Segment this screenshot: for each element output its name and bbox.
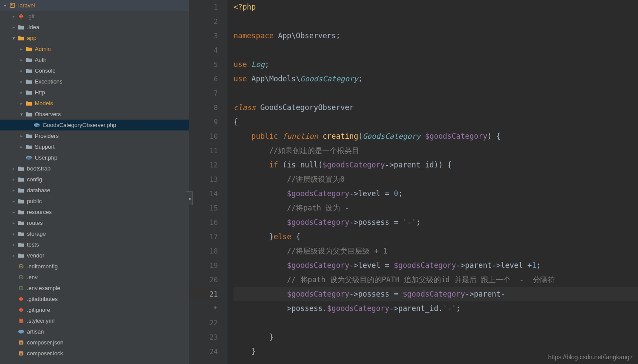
chevron-right-icon[interactable]: ▸ [10, 210, 17, 214]
var: $goodsCategory [287, 261, 349, 270]
tree-item-goodscategoryobserver-php[interactable]: phpGoodsCategoryObserver.php [0, 120, 189, 130]
chevron-right-icon[interactable]: ▸ [18, 90, 24, 95]
tree-item-label: .env.example [27, 285, 60, 291]
tree-item-composer-lock[interactable]: {}composer.lock [0, 348, 189, 359]
tree-item--editorconfig[interactable]: .editorconfig [0, 261, 189, 272]
tree-item-artisan[interactable]: artisan [0, 326, 189, 337]
svg-line-28 [22, 275, 23, 276]
chevron-right-icon[interactable]: ▸ [10, 220, 17, 225]
code-editor[interactable]: 123456789101112131415161718192021•222324… [189, 0, 638, 364]
chevron-right-icon[interactable]: ▸ [18, 101, 24, 106]
tree-item-tests[interactable]: ▸tests [0, 239, 189, 250]
line-number: 6 [189, 72, 218, 86]
tree-item-http[interactable]: ▸Http [0, 87, 189, 98]
chevron-right-icon[interactable]: ▸ [18, 47, 24, 51]
tree-item-providers[interactable]: ▸Providers [0, 130, 189, 141]
tree-item-storage[interactable]: ▸storage [0, 228, 189, 239]
chevron-down-icon[interactable]: ▾ [18, 112, 24, 117]
file-tree-sidebar[interactable]: ▾ laravel ▸.git▸.idea▾app▸Admin▸Auth▸Con… [0, 0, 189, 364]
tree-item-models[interactable]: ▸Models [0, 98, 189, 109]
line-number: 24 [189, 344, 218, 359]
prop: level [358, 261, 381, 270]
chevron-right-icon[interactable]: ▸ [18, 57, 24, 62]
chevron-right-icon[interactable]: ▸ [10, 177, 17, 182]
tree-item-app[interactable]: ▾app [0, 33, 189, 43]
tree-item-label: .git [27, 13, 34, 20]
svg-point-30 [20, 287, 21, 288]
svg-point-45 [18, 330, 23, 333]
chevron-right-icon[interactable]: ▸ [10, 242, 17, 247]
chevron-right-icon[interactable]: ▸ [10, 188, 17, 193]
concat-op: . [438, 304, 443, 313]
sidebar-collapse-handle[interactable]: ◂ [186, 191, 193, 205]
param-type: GoodsCategory [363, 132, 421, 140]
tree-item-label: app [27, 35, 37, 41]
chevron-right-icon[interactable]: ▸ [18, 134, 24, 138]
kw-use: use [234, 74, 247, 83]
tree-item--env[interactable]: .env [0, 272, 189, 283]
tree-item--gitattributes[interactable]: .gitattributes [0, 294, 189, 304]
chevron-none [10, 275, 17, 280]
kw-use: use [234, 60, 247, 69]
tree-item--idea[interactable]: ▸.idea [0, 22, 189, 33]
folder-icon [25, 144, 32, 150]
brace-close: } [251, 347, 256, 356]
svg-line-37 [19, 289, 20, 290]
line-number: 12 [189, 158, 218, 172]
chevron-right-icon[interactable]: ▸ [18, 68, 24, 73]
chevron-right-icon[interactable]: ▸ [10, 166, 17, 171]
var: $goodsCategory [287, 189, 349, 198]
tree-item-support[interactable]: ▸Support [0, 141, 189, 152]
chevron-none [10, 307, 17, 312]
tree-item-auth[interactable]: ▸Auth [0, 54, 189, 65]
tree-item-config[interactable]: ▸config [0, 174, 189, 185]
tree-item-user-php[interactable]: phpUser.php [0, 152, 189, 163]
tree-item-label: .gitignore [27, 307, 50, 313]
chevron-right-icon[interactable]: ▸ [18, 144, 24, 149]
tree-item--gitignore[interactable]: .gitignore [0, 304, 189, 315]
tree-item-public[interactable]: ▸public [0, 196, 189, 207]
chevron-right-icon[interactable]: ▸ [10, 14, 17, 19]
number: 1 [532, 261, 536, 270]
tree-item-bootstrap[interactable]: ▸bootstrap [0, 163, 189, 174]
tree-item-label: resources [27, 209, 52, 215]
tree-item--styleci-yml[interactable]: .styleci.yml [0, 315, 189, 326]
tree-item-exceptions[interactable]: ▸Exceptions [0, 76, 189, 87]
tree-item--git[interactable]: ▸.git [0, 11, 189, 22]
chevron-right-icon[interactable]: ▸ [10, 253, 17, 258]
tree-item-admin[interactable]: ▸Admin [0, 43, 189, 54]
chevron-right-icon[interactable]: ▸ [10, 231, 17, 236]
svg-text:{}: {} [20, 352, 22, 355]
svg-line-15 [19, 264, 20, 265]
tree-item-vendor[interactable]: ▸vendor [0, 250, 189, 261]
tree-item-composer-json[interactable]: {}composer.json [0, 337, 189, 348]
folder-icon [17, 187, 24, 194]
tree-root[interactable]: ▾ laravel [0, 0, 189, 11]
arrow-op: -> [385, 160, 394, 169]
svg-line-38 [22, 286, 23, 287]
var: $goodsCategory [403, 290, 465, 298]
tree-item-console[interactable]: ▸Console [0, 65, 189, 76]
paren: ( [278, 160, 287, 169]
svg-rect-41 [21, 298, 21, 300]
comment: // 将path 设为父级目的的PATH 追加父级的id 并最后 跟上一个 - … [287, 275, 555, 284]
tree-item--env-example[interactable]: .env.example [0, 283, 189, 294]
chevron-down-icon[interactable]: ▾ [10, 36, 17, 40]
semicolon: ; [416, 218, 421, 227]
chevron-right-icon[interactable]: ▸ [10, 199, 17, 204]
prop: parent [465, 261, 491, 270]
gear-icon [17, 274, 24, 281]
tree-item-resources[interactable]: ▸resources [0, 207, 189, 217]
chevron-none [26, 123, 32, 127]
code-area[interactable]: <?php namespace App\Observers; use Log; … [227, 0, 638, 364]
tree-item-database[interactable]: ▸database [0, 185, 189, 196]
line-number: 17 [189, 230, 218, 244]
tree-item-observers[interactable]: ▾Observers [0, 109, 189, 120]
folder-icon [17, 35, 24, 42]
namespace-path: App\Observers; [274, 31, 341, 40]
tree-item-routes[interactable]: ▸routes [0, 217, 189, 228]
chevron-right-icon[interactable]: ▸ [10, 25, 17, 30]
chevron-right-icon[interactable]: ▸ [18, 79, 24, 84]
line-number: 13 [189, 172, 218, 187]
folder-icon [17, 165, 24, 172]
